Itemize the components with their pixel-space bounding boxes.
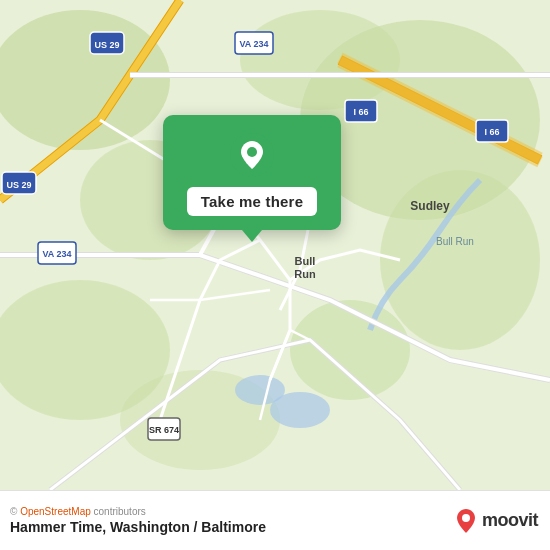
svg-point-8	[290, 300, 410, 400]
location-title: Hammer Time, Washington / Baltimore	[10, 519, 266, 535]
popup-card: Take me there	[163, 115, 341, 230]
attribution-text: © OpenStreetMap contributors	[10, 506, 266, 517]
svg-text:I 66: I 66	[484, 127, 499, 137]
moovit-logo: moovit	[452, 507, 538, 535]
svg-text:VA 234: VA 234	[42, 249, 71, 259]
svg-text:Bull: Bull	[295, 255, 316, 267]
svg-point-10	[270, 392, 330, 428]
take-me-there-button[interactable]: Take me there	[187, 187, 317, 216]
svg-text:Run: Run	[294, 268, 316, 280]
svg-text:US 29: US 29	[6, 180, 31, 190]
svg-point-3	[240, 10, 400, 110]
svg-point-30	[247, 147, 257, 157]
map-svg: US 29 US 29 VA 234 VA 234 I 66 I 66 SR 6…	[0, 0, 550, 490]
svg-text:I 66: I 66	[353, 107, 368, 117]
svg-text:Bull Run: Bull Run	[436, 236, 474, 247]
location-pin-icon	[230, 133, 274, 177]
moovit-pin-icon	[452, 507, 480, 535]
map-container: US 29 US 29 VA 234 VA 234 I 66 I 66 SR 6…	[0, 0, 550, 490]
bottom-bar: © OpenStreetMap contributors Hammer Time…	[0, 490, 550, 550]
svg-text:VA 234: VA 234	[239, 39, 268, 49]
openstreetmap-link[interactable]: OpenStreetMap	[20, 506, 91, 517]
svg-text:US 29: US 29	[94, 40, 119, 50]
svg-point-4	[380, 170, 540, 350]
moovit-brand-text: moovit	[482, 510, 538, 531]
svg-text:Sudley: Sudley	[410, 199, 450, 213]
svg-text:SR 674: SR 674	[149, 425, 179, 435]
svg-point-31	[462, 514, 470, 522]
bottom-left-info: © OpenStreetMap contributors Hammer Time…	[10, 506, 266, 535]
